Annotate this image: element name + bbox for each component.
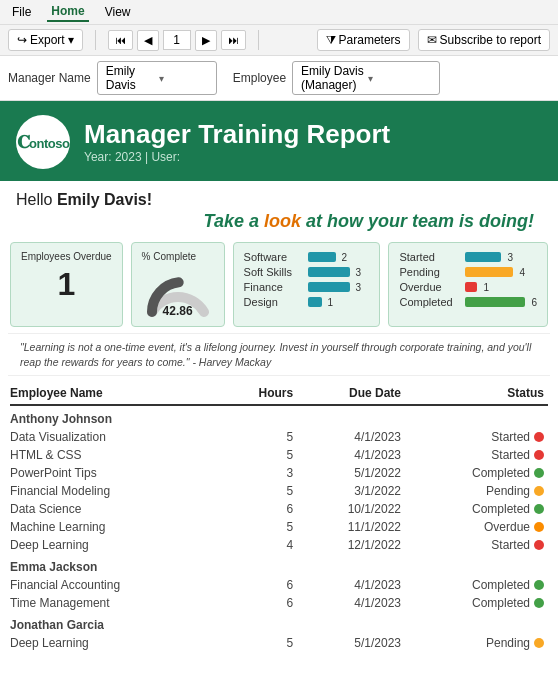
status-cell: Overdue bbox=[405, 518, 548, 536]
cat-finance-value: 3 bbox=[356, 282, 362, 293]
course-name-cell: HTML & CSS bbox=[10, 446, 224, 464]
menu-file[interactable]: File bbox=[8, 3, 35, 21]
export-chevron: ▾ bbox=[68, 33, 74, 47]
status-dot bbox=[534, 540, 544, 550]
cat-row-software: Software 2 bbox=[244, 251, 370, 263]
employee-value: Emily Davis (Manager) bbox=[301, 64, 364, 92]
status-dot bbox=[534, 468, 544, 478]
table-section: Employee Name Hours Due Date Status Anth… bbox=[0, 376, 558, 658]
status-dot bbox=[534, 504, 544, 514]
due-date-cell: 4/1/2023 bbox=[297, 594, 405, 612]
status-cell: Completed bbox=[405, 594, 548, 612]
quote-section: "Learning is not a one-time event, it's … bbox=[8, 333, 550, 376]
table-row: Emma Jackson bbox=[10, 554, 548, 576]
status-text: Completed bbox=[472, 596, 530, 610]
logo-text: 𝐂ontoso bbox=[17, 132, 70, 153]
training-table: Employee Name Hours Due Date Status Anth… bbox=[10, 382, 548, 652]
overdue-value: 1 bbox=[21, 266, 112, 303]
hours-cell: 5 bbox=[224, 428, 297, 446]
col-due-date: Due Date bbox=[297, 382, 405, 405]
cat-software-bar bbox=[308, 252, 336, 262]
export-button[interactable]: ↪ Export ▾ bbox=[8, 29, 83, 51]
status-text: Completed bbox=[472, 502, 530, 516]
toolbar-separator-1 bbox=[95, 30, 96, 50]
export-group: ↪ Export ▾ bbox=[8, 29, 83, 51]
donut-chart: 42.86 bbox=[142, 266, 214, 318]
status-cell: Started bbox=[405, 446, 548, 464]
subscribe-button[interactable]: ✉ Subscribe to report bbox=[418, 29, 550, 51]
cat-design-bar bbox=[308, 297, 322, 307]
stat-pending-value: 4 bbox=[519, 267, 525, 278]
status-cell: Started bbox=[405, 428, 548, 446]
course-name-cell: PowerPoint Tips bbox=[10, 464, 224, 482]
cat-design-value: 1 bbox=[328, 297, 334, 308]
nav-prev-button[interactable]: ◀ bbox=[137, 30, 159, 51]
course-name-cell: Financial Modeling bbox=[10, 482, 224, 500]
status-dot bbox=[534, 486, 544, 496]
menu-view[interactable]: View bbox=[101, 3, 135, 21]
manager-value: Emily Davis bbox=[106, 64, 155, 92]
employee-name-cell: Anthony Johnson bbox=[10, 405, 548, 428]
logo-circle: 𝐂ontoso bbox=[16, 115, 70, 169]
menu-home[interactable]: Home bbox=[47, 2, 88, 22]
employee-name-cell: Jonathan Garcia bbox=[10, 612, 548, 634]
status-card: Started 3 Pending 4 Overdue 1 Completed … bbox=[388, 242, 548, 327]
hours-cell: 6 bbox=[224, 594, 297, 612]
course-name-cell: Deep Learning bbox=[10, 536, 224, 554]
table-row: Jonathan Garcia bbox=[10, 612, 548, 634]
table-row: Deep Learning 4 12/1/2022 Started bbox=[10, 536, 548, 554]
stat-completed-bar bbox=[465, 297, 525, 307]
stat-row-overdue: Overdue 1 bbox=[399, 281, 537, 293]
status-dot bbox=[534, 598, 544, 608]
employee-name-cell: Emma Jackson bbox=[10, 554, 548, 576]
hello-name: Emily Davis! bbox=[57, 191, 152, 208]
due-date-cell: 12/1/2022 bbox=[297, 536, 405, 554]
status-cell: Completed bbox=[405, 464, 548, 482]
report-subtitle: Year: 2023 | User: bbox=[84, 150, 390, 164]
filter-icon: ⧩ bbox=[326, 33, 336, 47]
manager-label: Manager Name bbox=[8, 71, 91, 85]
toolbar-separator-2 bbox=[258, 30, 259, 50]
manager-chevron-icon: ▾ bbox=[159, 73, 208, 84]
status-cell: Pending bbox=[405, 634, 548, 652]
course-name-cell: Time Management bbox=[10, 594, 224, 612]
kpi-row: Employees Overdue 1 % Complete 42.86 Sof… bbox=[0, 236, 558, 333]
status-text: Pending bbox=[486, 484, 530, 498]
cat-software-value: 2 bbox=[342, 252, 348, 263]
cat-row-finance: Finance 3 bbox=[244, 281, 370, 293]
course-name-cell: Financial Accounting bbox=[10, 576, 224, 594]
status-cell: Completed bbox=[405, 576, 548, 594]
nav-last-button[interactable]: ⏭ bbox=[221, 30, 246, 50]
cat-finance-bar bbox=[308, 282, 350, 292]
status-dot bbox=[534, 450, 544, 460]
manager-select[interactable]: Emily Davis ▾ bbox=[97, 61, 217, 95]
report-title: Manager Training Report bbox=[84, 120, 390, 149]
stat-row-completed: Completed 6 bbox=[399, 296, 537, 308]
category-card: Software 2 Soft Skills 3 Finance 3 Desig… bbox=[233, 242, 381, 327]
hours-cell: 5 bbox=[224, 482, 297, 500]
employee-select[interactable]: Emily Davis (Manager) ▾ bbox=[292, 61, 440, 95]
table-header: Employee Name Hours Due Date Status bbox=[10, 382, 548, 405]
subscribe-icon: ✉ bbox=[427, 33, 437, 47]
donut-value: 42.86 bbox=[163, 304, 193, 318]
nav-next-button[interactable]: ▶ bbox=[195, 30, 217, 51]
hello-prefix: Hello bbox=[16, 191, 57, 208]
page-number-input[interactable] bbox=[163, 30, 191, 50]
nav-first-button[interactable]: ⏮ bbox=[108, 30, 133, 50]
stat-started-value: 3 bbox=[507, 252, 513, 263]
stat-started-label: Started bbox=[399, 251, 461, 263]
hello-text: Hello Emily Davis! bbox=[16, 191, 542, 209]
parameters-button[interactable]: ⧩ Parameters bbox=[317, 29, 410, 51]
manager-param-group: Manager Name Emily Davis ▾ bbox=[8, 61, 217, 95]
status-text: Pending bbox=[486, 636, 530, 650]
overdue-label: Employees Overdue bbox=[21, 251, 112, 262]
export-icon: ↪ bbox=[17, 33, 27, 47]
export-label: Export bbox=[30, 33, 65, 47]
employee-param-group: Employee Emily Davis (Manager) ▾ bbox=[233, 61, 441, 95]
stat-row-pending: Pending 4 bbox=[399, 266, 537, 278]
stat-overdue-label: Overdue bbox=[399, 281, 461, 293]
logo-area: 𝐂ontoso bbox=[16, 115, 70, 169]
course-name-cell: Deep Learning bbox=[10, 634, 224, 652]
stat-pending-label: Pending bbox=[399, 266, 461, 278]
due-date-cell: 5/1/2023 bbox=[297, 634, 405, 652]
